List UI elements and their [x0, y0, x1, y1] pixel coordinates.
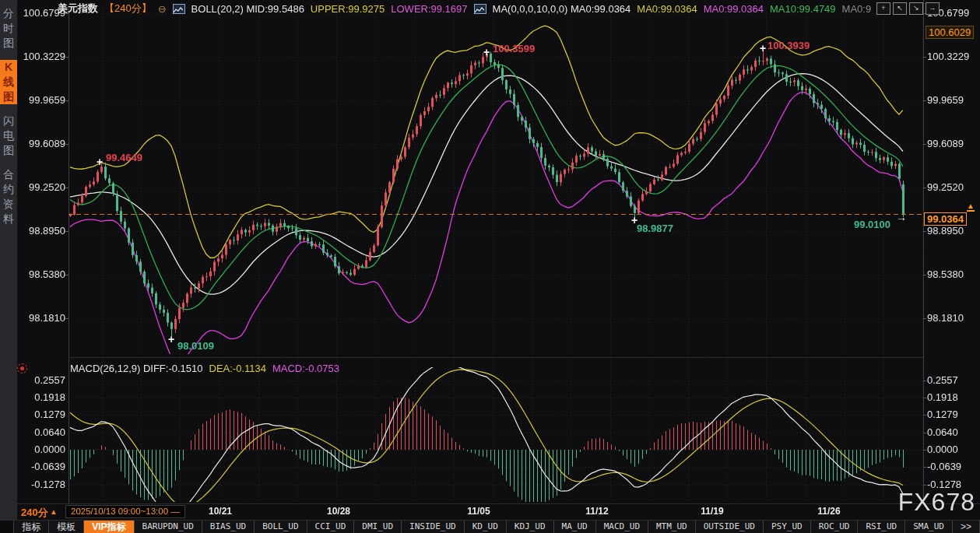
indicator-tab-bar: 指标模板VIP指标BARUPDN_UDBIAS_UDBOLL_UDCCI_UDD…: [0, 520, 980, 533]
tab-MACD_UD[interactable]: MACD_UD: [596, 521, 648, 533]
scale-left-icon[interactable]: ↖: [893, 2, 907, 15]
tab-PSY_UD[interactable]: PSY_UD: [764, 521, 811, 533]
main-chart-header: 美元指数【240分】⊖BOLL(20,2) MID:99.5486UPPER:9…: [58, 2, 871, 16]
tab-模板[interactable]: 模板: [49, 521, 84, 533]
tab-BARUPDN_UD[interactable]: BARUPDN_UD: [135, 521, 202, 533]
symbol-title: 美元指数: [58, 2, 98, 16]
sidebar-item-3[interactable]: 闪电图: [0, 114, 17, 158]
price-tick-label: 98.1810: [17, 312, 65, 324]
tabbar-spacer: [0, 521, 14, 533]
session-range-box[interactable]: 2025/10/13 09:00~13:00 —: [65, 505, 185, 518]
date-label: 11/05: [455, 506, 502, 517]
date-label: 11/26: [806, 506, 852, 517]
date-label: 10/21: [197, 506, 244, 517]
period-label: 【240分】: [104, 2, 152, 16]
tab-KD_UD[interactable]: KD_UD: [465, 521, 507, 533]
ma0-yellow-value: MA0:99.0364: [637, 3, 697, 15]
macd-tick-label: 0.1918: [17, 391, 65, 403]
tab-INSIDE_UD[interactable]: INSIDE_UD: [402, 521, 465, 533]
price-tick-label: 98.5380: [17, 268, 65, 280]
price-tick-label: 98.8950: [927, 225, 978, 237]
macd-panel-icon[interactable]: [17, 363, 27, 373]
collapse-icon[interactable]: ⊖: [158, 3, 167, 15]
macd-tick-label: -0.0639: [17, 461, 65, 472]
chart-toolbar: +↖↘→: [876, 2, 940, 15]
macd-tick-label: -0.0639: [927, 461, 978, 472]
extreme-cross-marker: +: [483, 46, 490, 58]
tab-MA_UD[interactable]: MA_UD: [554, 521, 596, 533]
sidebar-item-1[interactable]: 分时图: [0, 6, 17, 51]
extreme-price-label: 100.3599: [493, 43, 535, 54]
price-tick-label: 98.8950: [17, 225, 65, 237]
macd-diff-value: MACD(26,12,9) DIFF:-0.1510: [70, 363, 203, 374]
macd-tick-label: 0.1918: [927, 391, 978, 403]
trading-app-window: 分时图K线图闪电图合约资料 美元指数【240分】⊖BOLL(20,2) MID:…: [0, 0, 980, 533]
tab-KDJ_UD[interactable]: KDJ_UD: [507, 521, 554, 533]
tab-指标[interactable]: 指标: [14, 521, 49, 533]
macd-macd-value: MACD:-0.0753: [272, 363, 339, 374]
tab-ROC_UD[interactable]: ROC_UD: [811, 521, 859, 533]
sidebar-item-char: 电: [0, 128, 17, 143]
move-icon[interactable]: +: [876, 2, 890, 15]
macd-dea-value: DEA:-0.1134: [209, 363, 266, 374]
sidebar-item-char: 闪: [0, 114, 17, 128]
ma-indicator-icon: [474, 4, 486, 14]
sidebar-item-char: 图: [0, 36, 17, 51]
tab-BIAS_UD[interactable]: BIAS_UD: [202, 521, 255, 533]
date-label: 11/19: [689, 506, 736, 517]
sidebar-item-2[interactable]: K线图: [0, 60, 17, 104]
price-tick-label: 99.2520: [17, 181, 65, 193]
date-label: 11/12: [574, 506, 620, 517]
macd-header: MACD(26,12,9) DIFF:-0.1510DEA:-0.1134MAC…: [70, 363, 339, 374]
date-label: 10/28: [315, 506, 362, 517]
scale-right-icon[interactable]: ↘: [909, 2, 923, 15]
tab-SMA_UD[interactable]: SMA_UD: [905, 521, 953, 533]
sidebar-item-4[interactable]: 合约资料: [0, 167, 17, 226]
extreme-price-label: 98.0109: [177, 340, 214, 352]
ma-settings-value: MA(0,0,0,10,0,0) MA0:99.0364: [493, 3, 631, 15]
tab-CCI_UD[interactable]: CCI_UD: [307, 521, 355, 533]
price-tick-label: 98.1810: [927, 312, 978, 324]
ma10-value: MA10:99.4749: [770, 3, 836, 15]
sidebar-item-char: 图: [0, 143, 17, 158]
macd-tick-label: 0.0000: [927, 444, 978, 455]
sidebar-item-char: 线: [0, 75, 17, 89]
ma0-gray-value: MA0:9: [842, 3, 872, 15]
macd-tick-label: 0.0000: [17, 444, 65, 455]
left-sidebar: 分时图K线图闪电图合约资料: [0, 0, 17, 520]
sidebar-item-char: 料: [0, 212, 17, 226]
ma0-magenta-value: MA0:99.0364: [704, 3, 764, 15]
tab-RSI_UD[interactable]: RSI_UD: [858, 521, 905, 533]
tab-VIP指标[interactable]: VIP指标: [84, 521, 134, 533]
period-label[interactable]: 240分: [21, 506, 48, 520]
tabs-more-button[interactable]: >>: [953, 521, 980, 533]
extreme-price-label: 99.4649: [106, 152, 142, 163]
extreme-cross-marker: +: [760, 42, 766, 54]
price-tick-label: 100.3229: [927, 51, 978, 62]
sidebar-item-char: 分: [0, 6, 17, 21]
macd-tick-label: 0.2557: [927, 374, 978, 386]
sidebar-item-char: 合: [0, 167, 17, 182]
boll-lower-value: LOWER:99.1697: [391, 3, 467, 15]
session-high-badge: 100.6029: [926, 26, 974, 39]
watermark-logo: FX678: [898, 488, 975, 517]
shift-right-icon[interactable]: →: [926, 2, 940, 15]
price-tick-label: 99.2520: [927, 181, 978, 193]
extreme-cross-marker: +: [97, 155, 103, 167]
chart-canvas[interactable]: [0, 0, 980, 533]
tab-OUTSIDE_UD[interactable]: OUTSIDE_UD: [696, 521, 764, 533]
macd-tick-label: 0.0640: [17, 426, 65, 438]
period-up-arrow-icon[interactable]: ▲: [50, 507, 58, 516]
time-axis-row: 240分 ▲ 2025/10/13 09:00~13:00 — 10/2110/…: [0, 504, 980, 520]
sidebar-item-char: 时: [0, 21, 17, 36]
tab-BOLL_UD[interactable]: BOLL_UD: [255, 521, 307, 533]
extreme-cross-marker: +: [168, 333, 174, 345]
boll-indicator-icon: [173, 4, 185, 14]
extreme-price-label: 100.3939: [767, 40, 810, 51]
boll-upper-value: UPPER:99.9275: [311, 3, 385, 15]
tab-DMI_UD[interactable]: DMI_UD: [354, 521, 402, 533]
sidebar-item-char: K: [0, 60, 17, 75]
price-tick-label: 99.6089: [17, 138, 65, 149]
tab-MTM_UD[interactable]: MTM_UD: [648, 521, 696, 533]
price-up-marker-icon: ▲: [967, 202, 975, 212]
